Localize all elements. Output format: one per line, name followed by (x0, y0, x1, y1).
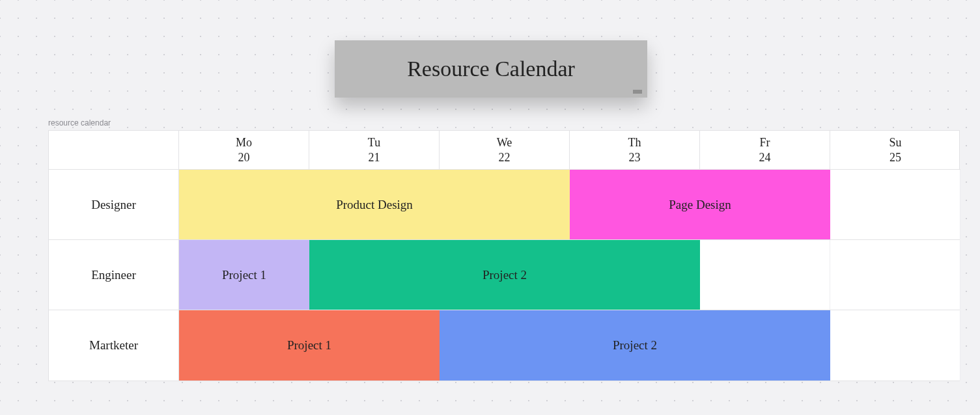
header-dow: Th (628, 135, 641, 150)
header-num: 20 (238, 150, 250, 165)
header-num: 25 (889, 150, 901, 165)
header-day: Th 23 (570, 131, 700, 170)
resource-lane[interactable]: Product DesignPage Design (179, 170, 960, 239)
resource-lane[interactable]: Project 1Project 2 (179, 240, 960, 310)
task-bar[interactable]: Project 2 (440, 310, 830, 381)
header-dow: We (497, 135, 512, 150)
task-bar-label: Product Design (336, 198, 413, 212)
task-bar-label: Project 2 (483, 268, 527, 282)
resource-label: Martketer (49, 310, 179, 381)
resource-row: Martketer Project 1Project 2 (49, 310, 959, 381)
resize-handle-icon[interactable] (633, 90, 642, 94)
resource-label: Designer (49, 170, 179, 239)
header-corner (49, 131, 179, 170)
header-num: 22 (499, 150, 511, 165)
header-dow: Mo (236, 135, 252, 150)
diagram-caption: resource calendar (48, 118, 111, 127)
title-card[interactable]: Resource Calendar (335, 40, 647, 98)
header-day: Mo 20 (179, 131, 309, 170)
header-day: Su 25 (830, 131, 960, 170)
resource-label: Engineer (49, 240, 179, 310)
task-bar[interactable]: Project 1 (179, 240, 309, 310)
page-title: Resource Calendar (407, 57, 575, 81)
resource-row: Engineer Project 1Project 2 (49, 240, 959, 310)
header-num: 21 (369, 150, 380, 165)
resource-row: Designer Product DesignPage Design (49, 170, 959, 240)
header-day: We 22 (440, 131, 570, 170)
header-dow: Su (889, 135, 901, 150)
header-dow: Fr (759, 135, 770, 150)
task-bar[interactable]: Product Design (179, 170, 570, 239)
task-bar[interactable]: Project 1 (179, 310, 440, 381)
task-bar[interactable]: Page Design (570, 170, 830, 239)
header-day: Fr 24 (700, 131, 830, 170)
task-bar[interactable]: Project 2 (309, 240, 700, 310)
task-bar-label: Project 1 (222, 268, 266, 282)
header-day: Tu 21 (309, 131, 440, 170)
header-dow: Tu (368, 135, 380, 150)
header-num: 23 (629, 150, 641, 165)
task-bar-label: Project 1 (287, 338, 331, 353)
task-bar-label: Project 2 (613, 338, 657, 353)
header-num: 24 (759, 150, 771, 165)
task-bar-label: Page Design (669, 198, 731, 212)
resource-lane[interactable]: Project 1Project 2 (179, 310, 960, 381)
calendar-table[interactable]: Mo 20 Tu 21 We 22 Th 23 Fr 24 Su 25 Desi… (48, 130, 960, 381)
calendar-header-row: Mo 20 Tu 21 We 22 Th 23 Fr 24 Su 25 (49, 131, 959, 170)
